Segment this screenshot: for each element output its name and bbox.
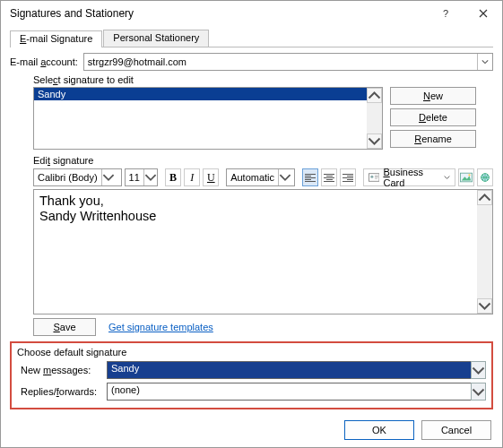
tab-strip: E-mail Signature Personal Stationery [10,30,493,47]
choose-default-signature-group: Choose default signature New messages: S… [10,341,493,409]
chevron-down-icon[interactable] [143,169,157,185]
dialog-window: Signatures and Stationery ? E-mail Signa… [0,0,503,448]
chevron-down-icon[interactable] [278,169,291,185]
insert-hyperlink-button[interactable] [477,168,493,186]
new-button[interactable]: New [390,87,476,105]
insert-picture-button[interactable] [458,168,474,186]
titlebar: Signatures and Stationery ? [1,1,502,26]
replies-forwards-label: Replies/forwards: [17,386,107,397]
rename-button[interactable]: Rename [390,130,476,148]
scroll-up-icon[interactable] [477,190,492,205]
align-center-button[interactable] [321,168,337,186]
select-signature-label: Select signature to edit [33,74,493,85]
close-button[interactable] [464,1,502,26]
email-account-combo[interactable]: strgzr99@hotmail.com [83,53,493,71]
email-account-value: strgzr99@hotmail.com [84,56,477,67]
chevron-down-icon[interactable] [101,169,115,185]
font-color-combo[interactable]: Automatic [226,168,295,186]
delete-button[interactable]: Delete [390,108,476,126]
replies-forwards-combo[interactable]: (none) [107,383,486,401]
svg-rect-3 [375,177,378,177]
picture-icon [460,172,473,183]
business-card-button[interactable]: Business Card [363,168,455,186]
scrollbar[interactable] [367,88,382,149]
signature-listbox[interactable]: Sandy [33,87,383,150]
help-button[interactable]: ? [427,1,464,26]
svg-rect-2 [375,176,378,177]
scroll-up-icon[interactable] [367,88,382,103]
email-account-label: E-mail account: [10,56,78,67]
signature-list-item[interactable]: Sandy [34,88,367,100]
scrollbar[interactable] [477,190,492,314]
svg-point-7 [468,174,470,176]
font-combo[interactable]: Calibri (Body) [33,168,122,186]
chevron-down-icon[interactable] [471,361,486,379]
signature-editor[interactable]: Thank you, Sandy Writtenhouse [33,189,493,314]
new-messages-label: New messages: [17,365,107,375]
font-size-combo[interactable]: 11 [125,168,159,186]
ok-button[interactable]: OK [344,420,414,440]
choose-default-header: Choose default signature [17,347,486,358]
format-toolbar: Calibri (Body) 11 B I U Automatic [33,168,493,187]
save-button[interactable]: Save [33,318,96,336]
link-icon [479,172,491,183]
get-templates-link[interactable]: Get signature templates [108,322,213,332]
tab-personal-stationery[interactable]: Personal Stationery [103,30,209,47]
italic-button[interactable]: I [184,168,200,186]
underline-button[interactable]: U [203,168,219,186]
chevron-down-icon[interactable] [477,54,492,70]
chevron-down-icon[interactable] [471,383,486,401]
edit-signature-label: Edit signature [33,155,493,166]
svg-rect-4 [375,178,377,179]
bold-button[interactable]: B [165,168,181,186]
scroll-down-icon[interactable] [367,134,382,149]
align-right-button[interactable] [340,168,356,186]
scroll-down-icon[interactable] [477,298,492,314]
signature-text[interactable]: Thank you, Sandy Writtenhouse [34,190,477,314]
new-messages-combo[interactable]: Sandy [107,361,486,379]
tab-email-signature[interactable]: E-mail Signature [10,30,102,47]
cancel-button[interactable]: Cancel [421,420,491,440]
business-card-icon [369,172,379,183]
window-title: Signatures and Stationery [10,7,427,20]
align-left-button[interactable] [302,168,318,186]
svg-point-1 [370,176,373,178]
